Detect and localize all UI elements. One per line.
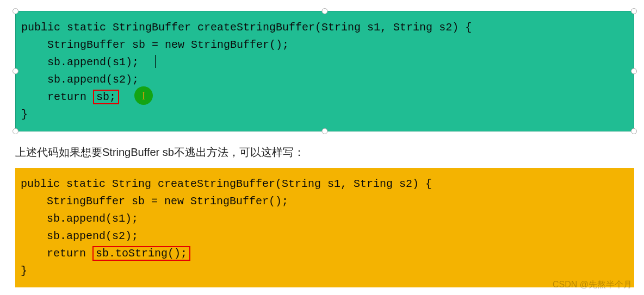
selection-handle-icon[interactable] <box>631 128 637 134</box>
code-block-bottom: public static String createStringBuffer(… <box>15 168 634 287</box>
selection-handle-icon[interactable] <box>322 128 328 134</box>
code-line: return sb; <box>21 89 628 106</box>
selection-handle-icon[interactable] <box>322 8 328 14</box>
code-line: StringBuffer sb = new StringBuffer(); <box>21 36 628 54</box>
code-line: sb.append(s1); <box>21 210 629 228</box>
highlighted-return-value: sb; <box>93 90 119 104</box>
selection-handle-icon[interactable] <box>631 68 637 74</box>
code-line: } <box>21 106 628 123</box>
cursor-glyph: I <box>142 87 146 104</box>
code-line: sb.append(s1); <box>21 54 628 71</box>
text-cursor-icon <box>155 55 156 68</box>
code-text: return <box>21 247 92 260</box>
code-text: return <box>21 91 93 103</box>
code-line: StringBuffer sb = new StringBuffer(); <box>21 193 629 210</box>
code-line: sb.append(s2); <box>21 228 629 245</box>
code-line: return sb.toString(); <box>21 245 629 262</box>
code-line: sb.append(s2); <box>21 71 628 89</box>
selection-handle-icon[interactable] <box>13 128 18 134</box>
highlighted-return-value: sb.toString(); <box>92 246 190 261</box>
code-line: public static StringBuffer createStringB… <box>21 19 628 36</box>
selection-handle-icon[interactable] <box>13 68 18 74</box>
watermark-text: CSDN @先熬半个月 <box>553 279 632 291</box>
cursor-indicator-icon: I <box>134 86 153 105</box>
caption-text: 上述代码如果想要StringBuffer sb不逃出方法，可以这样写： <box>15 145 634 160</box>
selection-handle-icon[interactable] <box>631 8 637 14</box>
code-line: } <box>21 262 629 280</box>
selection-handle-icon[interactable] <box>13 8 18 14</box>
code-block-top[interactable]: public static StringBuffer createStringB… <box>15 11 634 131</box>
code-line: public static String createStringBuffer(… <box>21 175 629 193</box>
